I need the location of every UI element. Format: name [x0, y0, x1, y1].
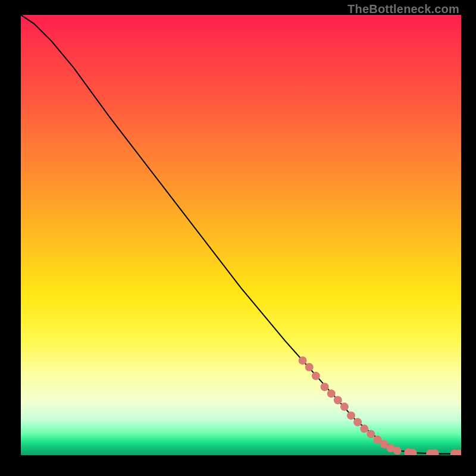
data-marker: [347, 411, 355, 419]
data-marker: [353, 418, 362, 427]
data-marker: [360, 425, 368, 433]
data-marker: [367, 430, 375, 439]
data-marker: [312, 372, 320, 380]
data-marker: [305, 363, 314, 371]
curve-line: [21, 15, 461, 454]
plot-area: [21, 15, 461, 455]
data-marker: [321, 383, 329, 391]
data-marker: [393, 447, 402, 455]
chart-overlay: [21, 15, 461, 455]
data-marker: [299, 356, 307, 365]
data-marker: [327, 389, 336, 397]
marker-group: [299, 356, 461, 455]
watermark-text: TheBottleneck.com: [347, 2, 459, 16]
data-marker: [334, 396, 342, 405]
data-marker: [340, 403, 349, 411]
